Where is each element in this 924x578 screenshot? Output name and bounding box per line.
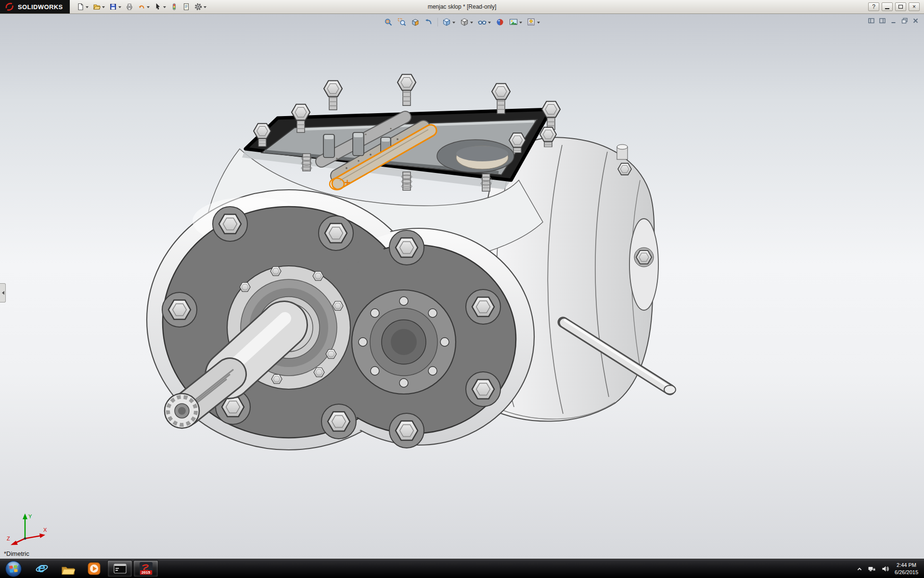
dropdown-caret[interactable] — [452, 22, 455, 25]
doc-restore-icon[interactable] — [900, 17, 908, 24]
toolbar-separator — [437, 18, 438, 26]
previous-view-button[interactable] — [423, 16, 435, 28]
main-toolbar — [75, 1, 208, 13]
zoom-to-area-button[interactable] — [396, 16, 408, 28]
zoom-to-fit-icon — [384, 18, 393, 26]
print-button[interactable] — [124, 1, 135, 13]
viewport-pane-right-icon[interactable] — [878, 17, 886, 24]
command-prompt-icon — [114, 562, 127, 575]
document-window-controls — [867, 17, 919, 24]
view-settings-icon — [527, 18, 536, 26]
display-style-button[interactable] — [458, 16, 475, 28]
system-tray: 2:44 PM 6/26/2015 — [857, 559, 924, 578]
viewport-pane-left-icon[interactable] — [867, 17, 875, 24]
view-orientation-button[interactable] — [440, 16, 457, 28]
chevron-left-icon — [0, 291, 4, 295]
apply-scene-button[interactable] — [507, 16, 524, 28]
printer-icon — [126, 3, 133, 11]
hide-show-items-button[interactable] — [476, 16, 493, 28]
volume-icon[interactable] — [881, 565, 889, 573]
display-style-cube-icon — [460, 18, 469, 26]
rebuild-stoplight-icon — [170, 3, 178, 11]
clock-date: 6/26/2015 — [895, 569, 918, 576]
zoom-to-fit-button[interactable] — [382, 16, 395, 28]
solidworks-logo: SOLIDWORKS — [0, 0, 70, 13]
view-orientation-cube-icon — [442, 18, 451, 26]
dropdown-caret[interactable] — [118, 6, 121, 10]
select-button[interactable] — [152, 1, 168, 13]
gearbox-3d-model[interactable] — [0, 14, 924, 559]
edit-appearance-button[interactable] — [494, 16, 506, 28]
output-bearing-cover[interactable] — [352, 290, 456, 394]
featuremanager-collapse-tab[interactable] — [0, 283, 6, 302]
solidworks-version-badge: 2015 — [140, 570, 152, 575]
section-view-button[interactable] — [409, 16, 422, 28]
triad-y-label: Y — [28, 513, 32, 519]
previous-view-icon — [424, 18, 433, 26]
select-cursor-icon — [154, 3, 162, 11]
internet-explorer-icon: e — [35, 562, 49, 576]
apply-scene-icon — [509, 18, 518, 26]
save-button[interactable] — [107, 1, 123, 13]
undo-arrow-icon — [138, 3, 145, 11]
zoom-to-area-icon — [398, 18, 406, 26]
minimize-icon — [885, 5, 889, 9]
network-icon[interactable] — [868, 565, 876, 573]
dropdown-caret[interactable] — [537, 22, 540, 25]
help-button[interactable]: ? — [868, 2, 879, 11]
rebuild-button[interactable] — [168, 1, 180, 13]
options-button[interactable] — [192, 1, 208, 13]
graphics-area[interactable]: Y X Z *Dimetric — [0, 14, 924, 559]
triad-z-label: Z — [7, 536, 10, 541]
doc-close-icon[interactable] — [911, 17, 919, 24]
start-button[interactable] — [0, 559, 27, 578]
eyeglasses-icon — [478, 18, 487, 26]
view-settings-button[interactable] — [525, 16, 542, 28]
dropdown-caret[interactable] — [163, 6, 166, 10]
document-title: menjac sklop * [Read-only] — [428, 3, 497, 10]
dropdown-caret[interactable] — [147, 6, 150, 10]
media-player-icon — [88, 562, 101, 575]
solidworks-2015-button[interactable]: 2015 — [133, 560, 158, 577]
maximize-icon — [898, 5, 903, 9]
dropdown-caret[interactable] — [102, 6, 105, 10]
appearance-sphere-icon — [496, 18, 504, 26]
open-folder-icon — [93, 3, 101, 11]
tray-clock[interactable]: 2:44 PM 6/26/2015 — [895, 562, 918, 576]
file-properties-icon — [182, 3, 190, 11]
windows-start-orb-icon — [5, 560, 22, 578]
app-name: SOLIDWORKS — [18, 3, 63, 11]
triad-x-label: X — [43, 527, 47, 533]
solidworks-app-icon: 2015 — [140, 562, 153, 575]
file-properties-button[interactable] — [180, 1, 192, 13]
title-bar: SOLIDWORKS — [0, 0, 924, 14]
dropdown-caret[interactable] — [470, 22, 473, 25]
dropdown-caret[interactable] — [204, 6, 206, 10]
taskbar-app-icons: e — [29, 559, 159, 578]
options-gear-icon — [194, 3, 202, 11]
solidworks-logo-icon — [5, 2, 14, 12]
dropdown-caret[interactable] — [86, 6, 89, 10]
new-document-icon — [77, 3, 84, 11]
solidworks-window: SOLIDWORKS — [0, 0, 924, 578]
maximize-button[interactable] — [895, 2, 906, 11]
window-controls: ? × — [868, 2, 924, 11]
new-button[interactable] — [75, 1, 90, 13]
doc-minimize-icon[interactable] — [889, 17, 897, 24]
command-prompt-button[interactable] — [107, 560, 132, 577]
top-cover-opening[interactable] — [245, 109, 551, 190]
minimize-button[interactable] — [882, 2, 893, 11]
windows-taskbar: e — [0, 559, 924, 578]
dropdown-caret[interactable] — [488, 22, 491, 25]
clock-time: 2:44 PM — [895, 562, 918, 569]
orientation-triad[interactable]: Y X Z — [6, 509, 50, 546]
dropdown-caret[interactable] — [519, 22, 522, 25]
open-button[interactable] — [91, 1, 107, 13]
view-orientation-label: *Dimetric — [4, 550, 29, 557]
media-player-button[interactable] — [81, 560, 106, 577]
undo-button[interactable] — [136, 1, 152, 13]
windows-explorer-button[interactable] — [55, 560, 80, 577]
hidden-icons-chevron[interactable] — [857, 566, 862, 571]
internet-explorer-button[interactable]: e — [29, 560, 54, 577]
close-button[interactable]: × — [909, 2, 920, 11]
